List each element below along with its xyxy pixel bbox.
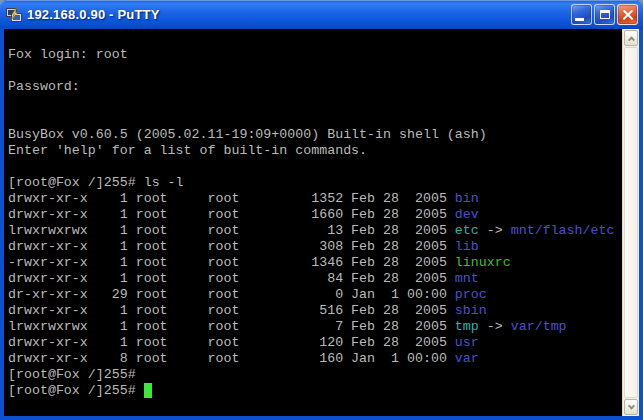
terminal-text: -> <box>479 319 511 334</box>
terminal-text: lrwxrwxrwx 1 root root 7 Feb 28 2005 <box>8 319 455 334</box>
terminal-line: BusyBox v0.60.5 (2005.02.11-19:09+0000) … <box>8 127 622 143</box>
terminal-text: -rwxr-xr-x 1 root root 1346 Feb 28 2005 <box>8 255 455 270</box>
maximize-icon <box>600 10 610 19</box>
terminal-text: BusyBox v0.60.5 (2005.02.11-19:09+0000) … <box>8 127 487 142</box>
terminal-text: -> <box>479 223 511 238</box>
terminal-text: lrwxrwxrwx 1 root root 13 Feb 28 2005 <box>8 223 455 238</box>
terminal-screen[interactable]: Fox login: root Password: BusyBox v0.60.… <box>4 29 622 416</box>
file-name: mnt <box>455 271 479 286</box>
terminal-line: -rwxr-xr-x 1 root root 1346 Feb 28 2005 … <box>8 255 622 271</box>
chevron-down-icon <box>627 402 634 409</box>
terminal-text: drwxr-xr-x 1 root root 120 Feb 28 2005 <box>8 335 455 350</box>
terminal-text: drwxr-xr-x 8 root root 160 Jan 1 00:00 <box>8 351 455 366</box>
putty-app-icon[interactable] <box>6 7 22 23</box>
terminal-line: drwxr-xr-x 8 root root 160 Jan 1 00:00 v… <box>8 351 622 367</box>
terminal-cursor <box>144 383 152 398</box>
file-name: var/tmp <box>511 319 567 334</box>
terminal-line <box>8 31 622 47</box>
terminal-line: lrwxrwxrwx 1 root root 7 Feb 28 2005 tmp… <box>8 319 622 335</box>
terminal-text: drwxr-xr-x 1 root root 1660 Feb 28 2005 <box>8 207 455 222</box>
terminal-line: Fox login: root <box>8 47 622 63</box>
terminal-line <box>8 399 622 415</box>
terminal-line: [root@Fox /]255# <box>8 383 622 399</box>
terminal-line: lrwxrwxrwx 1 root root 13 Feb 28 2005 et… <box>8 223 622 239</box>
terminal-text: drwxr-xr-x 1 root root 516 Feb 28 2005 <box>8 303 455 318</box>
window-controls <box>571 4 638 25</box>
file-name: usr <box>455 335 479 350</box>
file-name: lib <box>455 239 479 254</box>
scrollbar[interactable] <box>622 29 639 416</box>
terminal-text: [root@Fox /]255# <box>8 367 136 382</box>
file-name: proc <box>455 287 487 302</box>
terminal-line: Enter 'help' for a list of built-in comm… <box>8 143 622 159</box>
minimize-icon <box>575 18 584 21</box>
terminal-text: Fox login: root <box>8 47 128 62</box>
putty-window: 192.168.0.90 - PuTTY Fox login: root Pas… <box>0 0 643 420</box>
terminal-text: dr-xr-xr-x 29 root root 0 Jan 1 00:00 <box>8 287 455 302</box>
file-name: dev <box>455 207 479 222</box>
terminal-line: Password: <box>8 79 622 95</box>
terminal-line: [root@Fox /]255# ls -l <box>8 175 622 191</box>
window-content: Fox login: root Password: BusyBox v0.60.… <box>4 29 639 416</box>
terminal-line <box>8 95 622 111</box>
terminal-text: [root@Fox /]255# ls -l <box>8 175 184 190</box>
scroll-up-button[interactable] <box>624 30 638 46</box>
terminal-line <box>8 63 622 79</box>
terminal-line: drwxr-xr-x 1 root root 1352 Feb 28 2005 … <box>8 191 622 207</box>
terminal-line <box>8 159 622 175</box>
minimize-button[interactable] <box>571 4 592 25</box>
chevron-up-icon <box>627 36 634 43</box>
scroll-down-button[interactable] <box>624 399 638 415</box>
terminal-text: Enter 'help' for a list of built-in comm… <box>8 143 367 158</box>
file-name: sbin <box>455 303 487 318</box>
terminal-line: drwxr-xr-x 1 root root 1660 Feb 28 2005 … <box>8 207 622 223</box>
terminal-text: drwxr-xr-x 1 root root 308 Feb 28 2005 <box>8 239 455 254</box>
terminal-line: drwxr-xr-x 1 root root 84 Feb 28 2005 mn… <box>8 271 622 287</box>
terminal-text: drwxr-xr-x 1 root root 84 Feb 28 2005 <box>8 271 455 286</box>
terminal-line: [root@Fox /]255# <box>8 367 622 383</box>
file-name: etc <box>455 223 479 238</box>
file-name: mnt/flash/etc <box>511 223 615 238</box>
file-name: bin <box>455 191 479 206</box>
terminal-line <box>8 111 622 127</box>
file-name: var <box>455 351 479 366</box>
scrollbar-thumb[interactable] <box>624 47 638 398</box>
terminal-line: drwxr-xr-x 1 root root 516 Feb 28 2005 s… <box>8 303 622 319</box>
file-name: linuxrc <box>455 255 511 270</box>
terminal-line: dr-xr-xr-x 29 root root 0 Jan 1 00:00 pr… <box>8 287 622 303</box>
terminal-line: drwxr-xr-x 1 root root 120 Feb 28 2005 u… <box>8 335 622 351</box>
window-title: 192.168.0.90 - PuTTY <box>27 7 571 22</box>
terminal-text: drwxr-xr-x 1 root root 1352 Feb 28 2005 <box>8 191 455 206</box>
terminal-line: drwxr-xr-x 1 root root 308 Feb 28 2005 l… <box>8 239 622 255</box>
file-name: tmp <box>455 319 479 334</box>
title-bar[interactable]: 192.168.0.90 - PuTTY <box>0 0 643 29</box>
terminal-text: [root@Fox /]255# <box>8 383 144 398</box>
terminal-text: Password: <box>8 79 80 94</box>
close-button[interactable] <box>617 4 638 25</box>
maximize-button[interactable] <box>594 4 615 25</box>
